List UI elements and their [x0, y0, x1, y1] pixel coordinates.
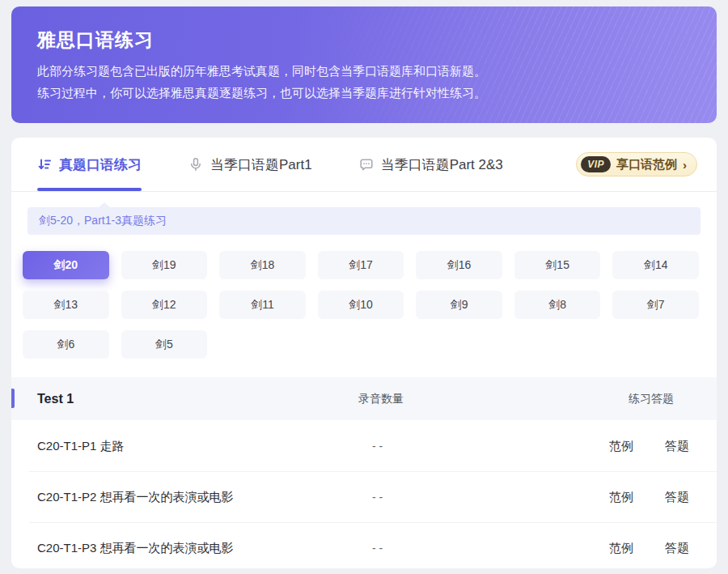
book-button[interactable]: 剑9 — [416, 291, 502, 319]
book-button[interactable]: 剑10 — [318, 291, 404, 319]
tab-bar: 真题口语练习 当季口语题Part1 当季口语题Part — [11, 138, 717, 192]
column-header-recordings: 录音数量 — [358, 392, 404, 406]
question-title: C20-T1-P1 走路 — [37, 438, 125, 453]
tab-seasonal-part1[interactable]: 当季口语题Part1 — [188, 138, 312, 191]
test-table: Test 1 录音数量 练习答题 C20-T1-P1 走路 - - 范例 答题 … — [11, 377, 717, 568]
answer-link[interactable]: 答题 — [665, 438, 689, 453]
recording-count: - - — [372, 440, 383, 453]
main-card: 真题口语练习 当季口语题Part1 当季口语题Part — [11, 138, 717, 568]
vip-badge-icon: VIP — [581, 156, 611, 172]
answer-link[interactable]: 答题 — [665, 489, 689, 504]
tab-label: 当季口语题Part1 — [210, 155, 312, 174]
book-button[interactable]: 剑15 — [514, 251, 601, 279]
book-button[interactable]: 剑17 — [318, 251, 404, 279]
accent-bar — [11, 389, 15, 408]
test-group-title: Test 1 — [37, 392, 74, 406]
book-button[interactable]: 剑11 — [219, 291, 306, 319]
book-button[interactable]: 剑14 — [612, 251, 699, 279]
example-link[interactable]: 范例 — [609, 438, 633, 453]
filter-hint-text: 剑5-20，Part1-3真题练习 — [39, 214, 167, 228]
book-button[interactable]: 剑7 — [612, 291, 699, 319]
book-button[interactable]: 剑16 — [416, 251, 502, 279]
tab-seasonal-part2-3[interactable]: 当季口语题Part 2&3 — [359, 138, 503, 191]
question-row: C20-T1-P2 想再看一次的表演或电影 - - 范例 答题 — [11, 471, 717, 522]
book-button[interactable]: 剑19 — [121, 251, 208, 279]
chevron-right-icon: › — [683, 158, 687, 172]
question-rows: C20-T1-P1 走路 - - 范例 答题 C20-T1-P2 想再看一次的表… — [11, 420, 717, 568]
example-link[interactable]: 范例 — [609, 540, 633, 555]
book-button[interactable]: 剑20 — [23, 251, 109, 279]
tab-label: 当季口语题Part 2&3 — [381, 155, 503, 174]
example-link[interactable]: 范例 — [609, 489, 633, 504]
book-button[interactable]: 剑13 — [23, 291, 109, 319]
banner: 雅思口语练习 此部分练习题包含已出版的历年雅思考试真题，同时包含当季口语题库和口… — [11, 6, 717, 123]
book-button[interactable]: 剑8 — [514, 291, 601, 319]
question-row: C20-T1-P3 想再看一次的表演或电影 - - 范例 答题 — [11, 522, 717, 568]
tab-real-exam-practice[interactable]: 真题口语练习 — [37, 138, 142, 191]
recording-count: - - — [372, 491, 383, 504]
filter-hint-bar: 剑5-20，Part1-3真题练习 — [28, 207, 700, 235]
vip-label: 享口语范例 — [616, 157, 677, 172]
book-button[interactable]: 剑5 — [121, 330, 208, 359]
recording-count: - - — [372, 542, 383, 555]
column-header-practice: 练习答题 — [629, 392, 674, 406]
question-title: C20-T1-P3 想再看一次的表演或电影 — [37, 540, 234, 555]
book-button[interactable]: 剑12 — [121, 291, 208, 319]
tab-label: 真题口语练习 — [59, 155, 142, 174]
test-group-header: Test 1 录音数量 练习答题 — [11, 377, 717, 420]
vip-examples-button[interactable]: VIP 享口语范例 › — [576, 152, 697, 176]
answer-link[interactable]: 答题 — [665, 540, 689, 555]
book-button[interactable]: 剑18 — [219, 251, 306, 279]
banner-description-line1: 此部分练习题包含已出版的历年雅思考试真题，同时包含当季口语题库和口语新题。 — [37, 60, 486, 82]
microphone-icon — [188, 157, 203, 172]
banner-description-line2: 练习过程中，你可以选择雅思真题逐题练习，也可以选择当季题库进行针对性练习。 — [37, 82, 486, 104]
book-button[interactable]: 剑6 — [23, 330, 109, 359]
page-title: 雅思口语练习 — [37, 28, 154, 53]
question-title: C20-T1-P2 想再看一次的表演或电影 — [37, 489, 234, 504]
sort-descending-icon — [37, 157, 52, 172]
comment-dots-icon — [359, 157, 374, 172]
book-grid: 剑20 剑19 剑18 剑17 剑16 剑15 剑14 剑13 剑12 剑11 … — [23, 251, 699, 359]
banner-description: 此部分练习题包含已出版的历年雅思考试真题，同时包含当季口语题库和口语新题。 练习… — [37, 60, 486, 104]
question-row: C20-T1-P1 走路 - - 范例 答题 — [11, 420, 717, 471]
